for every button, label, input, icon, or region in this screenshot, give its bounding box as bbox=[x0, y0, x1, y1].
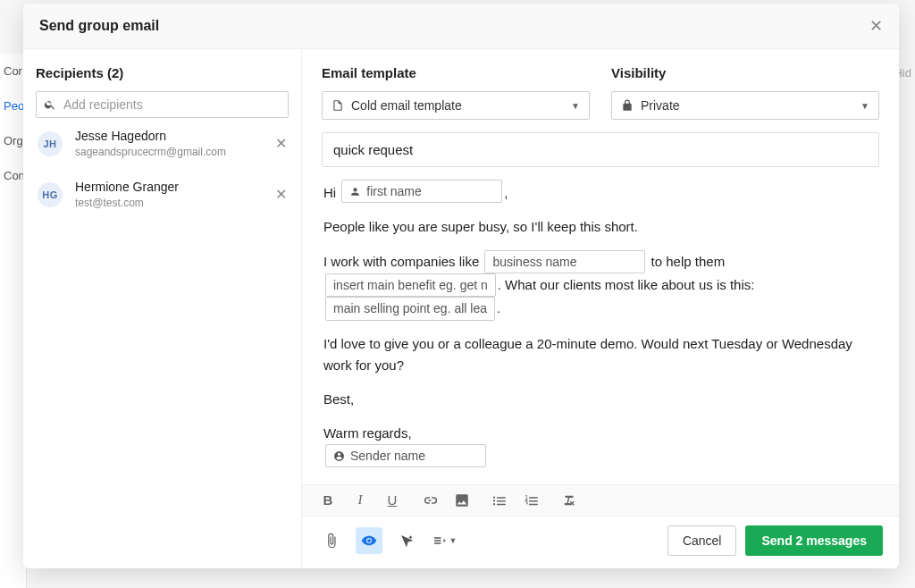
image-icon bbox=[454, 492, 470, 508]
ordered-list-button[interactable] bbox=[522, 491, 541, 510]
merge-field-selling-point[interactable]: main selling point eg. all lea bbox=[325, 297, 495, 320]
recipient-row: JH Jesse Hagedorn sageandsprucecrm@gmail… bbox=[36, 118, 289, 169]
underline-icon: U bbox=[384, 492, 400, 508]
avatar: JH bbox=[38, 131, 63, 156]
visibility-select[interactable]: Private ▼ bbox=[611, 91, 879, 120]
clear-formatting-button[interactable] bbox=[559, 491, 579, 510]
clear-format-icon bbox=[561, 492, 577, 508]
person-icon bbox=[349, 186, 361, 197]
recipient-name: Jesse Hagedorn bbox=[75, 129, 263, 144]
cursor-sparkle-icon bbox=[399, 533, 415, 549]
remove-recipient-button[interactable]: ✕ bbox=[275, 186, 287, 203]
bg-sidebar-item: Cor bbox=[0, 54, 26, 88]
recipients-search[interactable] bbox=[36, 91, 289, 118]
bold-button[interactable]: B bbox=[318, 491, 338, 510]
formatting-toolbar: B I U bbox=[302, 484, 899, 517]
template-heading: Email template bbox=[322, 65, 590, 80]
link-icon bbox=[422, 492, 438, 508]
merge-field-main-benefit[interactable]: insert main benefit eg. get n bbox=[325, 273, 496, 297]
email-compose-panel: Email template Cold email template ▼ Vis… bbox=[302, 49, 899, 568]
template-selected: Cold email template bbox=[351, 98, 462, 113]
visibility-heading: Visibility bbox=[611, 65, 879, 80]
close-icon: ✕ bbox=[275, 187, 287, 202]
modal-title: Send group email bbox=[39, 18, 159, 34]
person-circle-icon bbox=[333, 450, 345, 462]
merge-field-first-name[interactable]: first name bbox=[341, 180, 502, 203]
underline-button[interactable]: U bbox=[382, 491, 402, 510]
bg-sidebar-item: Peop bbox=[0, 88, 26, 123]
chevron-down-icon: ▼ bbox=[860, 101, 869, 111]
send-button[interactable]: Send 2 messages bbox=[745, 525, 883, 556]
body-line: I'd love to give you or a colleague a 20… bbox=[323, 333, 877, 376]
recipient-row: HG Hermione Granger test@test.com ✕ bbox=[36, 169, 289, 220]
email-body-editor[interactable]: Hi first name , People like you are supe… bbox=[322, 167, 879, 484]
close-icon: ✕ bbox=[869, 17, 883, 35]
eye-icon bbox=[361, 533, 377, 549]
italic-icon: I bbox=[352, 492, 368, 508]
template-select[interactable]: Cold email template ▼ bbox=[322, 91, 590, 120]
merge-field-business-name[interactable]: business name bbox=[484, 250, 645, 273]
chevron-down-icon: ▼ bbox=[571, 101, 580, 111]
recipient-name: Hermione Granger bbox=[75, 180, 263, 195]
close-icon: ✕ bbox=[275, 136, 287, 151]
remove-recipient-button[interactable]: ✕ bbox=[275, 135, 287, 152]
recipients-heading: Recipients (2) bbox=[36, 65, 289, 80]
recipients-search-input[interactable] bbox=[63, 97, 281, 112]
modal-footer: ▼ Cancel Send 2 messages bbox=[302, 517, 899, 568]
recipients-panel: Recipients (2) JH Jesse Hagedorn sageand… bbox=[23, 49, 302, 568]
chevron-down-icon: ▼ bbox=[449, 536, 458, 545]
attach-button[interactable] bbox=[318, 527, 345, 554]
more-options-button[interactable]: ▼ bbox=[431, 527, 458, 554]
recipient-email: test@test.com bbox=[75, 197, 263, 209]
paperclip-icon bbox=[323, 533, 340, 549]
list-ol-icon bbox=[524, 492, 540, 508]
image-button[interactable] bbox=[452, 491, 472, 510]
link-button[interactable] bbox=[420, 491, 440, 510]
preview-button[interactable] bbox=[356, 527, 382, 554]
bg-sidebar-item: Cont bbox=[0, 158, 26, 193]
cancel-button[interactable]: Cancel bbox=[667, 525, 737, 556]
subject-input[interactable] bbox=[322, 132, 879, 167]
recipient-email: sageandsprucecrm@gmail.com bbox=[75, 146, 263, 158]
settings-dropdown-icon bbox=[432, 533, 448, 549]
bg-sidebar-item: Orga bbox=[0, 123, 26, 158]
modal-header: Send group email ✕ bbox=[23, 4, 899, 49]
list-ul-icon bbox=[491, 492, 508, 508]
avatar: HG bbox=[38, 182, 63, 207]
bold-icon: B bbox=[320, 492, 336, 508]
body-line: People like you are super busy, so I'll … bbox=[323, 216, 877, 238]
italic-button[interactable]: I bbox=[350, 491, 370, 510]
send-group-email-modal: Send group email ✕ Recipients (2) JH Jes… bbox=[23, 4, 899, 568]
lock-icon bbox=[621, 99, 634, 112]
close-button[interactable]: ✕ bbox=[869, 16, 883, 36]
cursor-effects-button[interactable] bbox=[393, 527, 420, 554]
merge-field-sender-name[interactable]: Sender name bbox=[325, 444, 486, 467]
template-icon bbox=[332, 99, 344, 112]
body-signoff: Best, bbox=[323, 389, 877, 410]
search-icon bbox=[44, 98, 56, 111]
body-signoff: Warm regards, bbox=[323, 423, 877, 444]
unordered-list-button[interactable] bbox=[490, 491, 509, 510]
visibility-selected: Private bbox=[641, 98, 680, 113]
